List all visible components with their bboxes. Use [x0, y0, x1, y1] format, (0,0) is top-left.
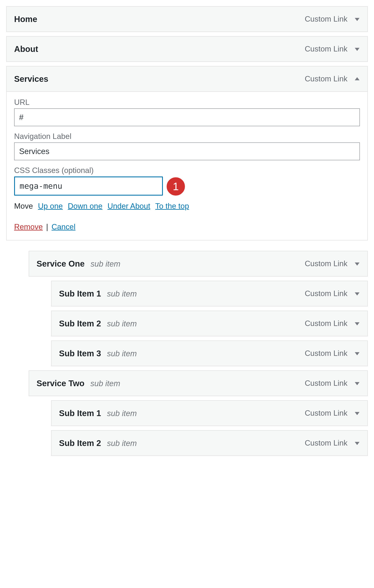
menu-item-bar[interactable]: Service Two sub item Custom Link ▼: [29, 371, 367, 396]
menu-item-bar[interactable]: Services Custom Link ▼: [7, 66, 367, 91]
move-up-link[interactable]: Up one: [38, 202, 63, 210]
menu-item-title: Sub Item 2: [59, 319, 101, 328]
menu-item-type-label: Custom Link: [305, 379, 348, 388]
chevron-up-icon[interactable]: ▼: [353, 76, 361, 82]
sub-item-note: sub item: [107, 409, 137, 418]
chevron-down-icon[interactable]: ▼: [353, 380, 361, 387]
chevron-down-icon[interactable]: ▼: [353, 291, 361, 297]
menu-item-title: Sub Item 1: [59, 289, 101, 298]
menu-item-title: Sub Item 3: [59, 349, 101, 358]
navigation-label-input[interactable]: [14, 142, 360, 160]
menu-item-bar[interactable]: Sub Item 2 sub item Custom Link ▼: [52, 311, 367, 336]
menu-item-type-label: Custom Link: [305, 319, 348, 328]
sub-item-note: sub item: [107, 319, 137, 328]
chevron-down-icon[interactable]: ▼: [353, 440, 361, 446]
menu-item-bar[interactable]: Sub Item 3 sub item Custom Link ▼: [52, 341, 367, 366]
url-input[interactable]: [14, 108, 360, 126]
menu-item-type-label: Custom Link: [305, 349, 348, 358]
css-classes-label: CSS Classes (optional): [14, 166, 360, 175]
chevron-down-icon[interactable]: ▼: [353, 46, 361, 52]
menu-item-title: Service One: [37, 259, 85, 268]
menu-item-bar[interactable]: Home Custom Link ▼: [7, 7, 367, 32]
move-label: Move: [14, 202, 33, 210]
sub-item-note: sub item: [107, 439, 137, 448]
menu-item-title: Services: [14, 74, 48, 84]
menu-item-sub-item-1a[interactable]: Sub Item 1 sub item Custom Link ▼: [51, 281, 368, 306]
css-classes-input[interactable]: [14, 177, 163, 196]
menu-item-title: Sub Item 1: [59, 409, 101, 418]
menu-item-type-label: Custom Link: [305, 289, 348, 298]
menu-item-settings: URL Navigation Label CSS Classes (option…: [7, 91, 367, 240]
menu-item-type-label: Custom Link: [305, 409, 348, 418]
menu-item-service-two[interactable]: Service Two sub item Custom Link ▼: [29, 370, 368, 396]
menu-item-type-label: Custom Link: [305, 74, 348, 83]
menu-item-services: Services Custom Link ▼ URL Navigation La…: [6, 66, 368, 241]
chevron-down-icon[interactable]: ▼: [353, 320, 361, 327]
menu-item-bar[interactable]: Sub Item 1 sub item Custom Link ▼: [52, 401, 367, 426]
menu-item-sub-item-1c[interactable]: Sub Item 3 sub item Custom Link ▼: [51, 340, 368, 366]
menu-item-bar[interactable]: Sub Item 2 sub item Custom Link ▼: [52, 430, 367, 456]
sub-item-note: sub item: [90, 379, 120, 388]
move-row: Move Up one Down one Under About To the …: [14, 202, 360, 210]
chevron-down-icon[interactable]: ▼: [353, 410, 361, 417]
menu-item-service-one[interactable]: Service One sub item Custom Link ▼: [29, 251, 368, 277]
menu-item-type-label: Custom Link: [305, 439, 348, 447]
menu-item-sub-item-2b[interactable]: Sub Item 2 sub item Custom Link ▼: [51, 430, 368, 456]
divider: |: [46, 223, 48, 231]
menu-item-sub-item-1b[interactable]: Sub Item 2 sub item Custom Link ▼: [51, 311, 368, 336]
actions-row: Remove | Cancel: [14, 223, 360, 231]
chevron-down-icon[interactable]: ▼: [353, 261, 361, 267]
menu-item-about[interactable]: About Custom Link ▼: [6, 36, 368, 62]
menu-item-title: Service Two: [37, 379, 84, 388]
chevron-down-icon[interactable]: ▼: [353, 16, 361, 22]
url-label: URL: [14, 98, 360, 107]
move-top-link[interactable]: To the top: [155, 202, 189, 210]
sub-item-note: sub item: [107, 289, 137, 298]
menu-item-title: Sub Item 2: [59, 439, 101, 448]
menu-item-title: About: [14, 44, 38, 54]
menu-item-bar[interactable]: About Custom Link ▼: [7, 37, 367, 62]
menu-item-type-label: Custom Link: [305, 15, 348, 23]
menu-item-type-label: Custom Link: [305, 259, 348, 268]
menu-item-home[interactable]: Home Custom Link ▼: [6, 6, 368, 32]
menu-item-bar[interactable]: Sub Item 1 sub item Custom Link ▼: [52, 281, 367, 306]
menu-item-bar[interactable]: Service One sub item Custom Link ▼: [29, 251, 367, 276]
sub-item-note: sub item: [107, 349, 137, 358]
remove-link[interactable]: Remove: [14, 223, 43, 231]
menu-item-type-label: Custom Link: [305, 45, 348, 53]
sub-item-note: sub item: [91, 260, 120, 268]
nav-label: Navigation Label: [14, 132, 360, 141]
menu-item-title: Home: [14, 15, 37, 24]
annotation-badge: 1: [165, 176, 186, 197]
chevron-down-icon[interactable]: ▼: [353, 350, 361, 357]
move-down-link[interactable]: Down one: [68, 202, 102, 210]
move-under-link[interactable]: Under About: [107, 202, 150, 210]
menu-item-sub-item-2a[interactable]: Sub Item 1 sub item Custom Link ▼: [51, 400, 368, 426]
cancel-link[interactable]: Cancel: [52, 223, 75, 231]
